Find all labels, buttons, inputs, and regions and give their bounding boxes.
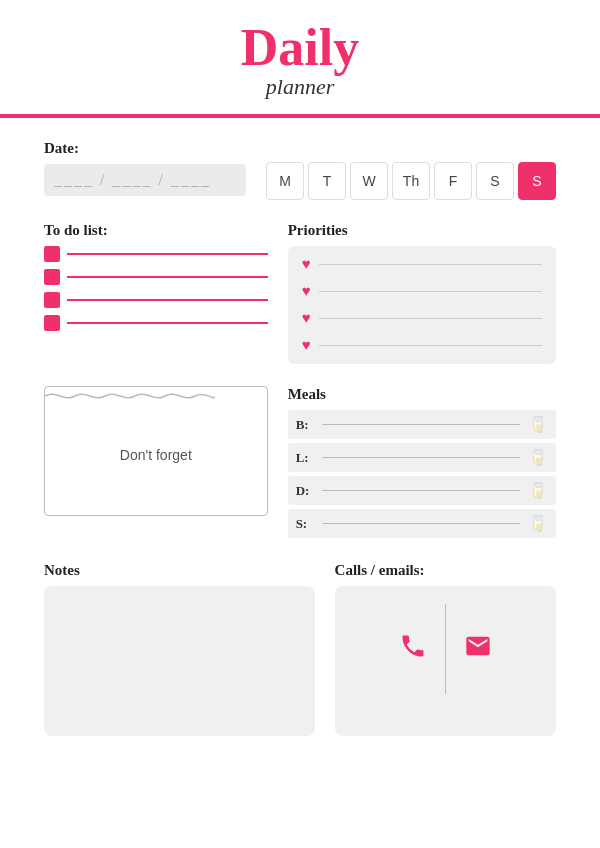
todo-line-3 <box>67 299 268 301</box>
day-F[interactable]: F <box>434 162 472 200</box>
dont-forget-content: Don't forget <box>45 405 267 515</box>
todo-section: To do list: <box>44 222 268 364</box>
calls-section: Calls / emails: <box>335 562 556 736</box>
calls-icons <box>345 604 546 694</box>
priorities-box: ♥ ♥ ♥ ♥ <box>288 246 556 364</box>
meals-items: B: 🥛 L: 🥛 D: 🥛 S: 🥛 <box>288 410 556 538</box>
dont-forget-box: Don't forget <box>44 386 268 516</box>
heart-icon-3: ♥ <box>302 310 311 327</box>
todo-bullet-2 <box>44 269 60 285</box>
notes-calls-row: Notes Calls / emails: <box>44 562 556 736</box>
day-S2[interactable]: S <box>518 162 556 200</box>
meal-D-line <box>322 490 520 491</box>
meal-D-icon: 🥛 <box>528 481 548 500</box>
meal-L: L: 🥛 <box>288 443 556 472</box>
date-placeholder: ____ / ____ / ____ <box>54 171 211 189</box>
meal-L-label: L: <box>296 450 314 466</box>
todo-item-1 <box>44 246 268 262</box>
meal-B-label: B: <box>296 417 314 433</box>
todo-item-2 <box>44 269 268 285</box>
header-planner: planner <box>0 74 600 100</box>
meal-D-label: D: <box>296 483 314 499</box>
day-T[interactable]: T <box>308 162 346 200</box>
day-M[interactable]: M <box>266 162 304 200</box>
meals-label: Meals <box>288 386 556 403</box>
meal-S-icon: 🥛 <box>528 514 548 533</box>
todo-bullet-1 <box>44 246 60 262</box>
priority-line-4 <box>319 345 542 346</box>
notes-label: Notes <box>44 562 315 579</box>
bottom-row: Don't forget Meals B: 🥛 L: 🥛 D: <box>44 386 556 538</box>
todo-items <box>44 246 268 331</box>
todo-line-4 <box>67 322 268 324</box>
date-label: Date: <box>44 140 246 157</box>
meal-S-label: S: <box>296 516 314 532</box>
priorities-section: Priorities ♥ ♥ ♥ ♥ <box>288 222 556 364</box>
priority-3: ♥ <box>302 310 542 327</box>
day-S1[interactable]: S <box>476 162 514 200</box>
header-daily: Daily <box>0 22 600 74</box>
day-W[interactable]: W <box>350 162 388 200</box>
meal-D: D: 🥛 <box>288 476 556 505</box>
meal-B-line <box>322 424 520 425</box>
meal-B-icon: 🥛 <box>528 415 548 434</box>
priority-1: ♥ <box>302 256 542 273</box>
heart-icon-4: ♥ <box>302 337 311 354</box>
todo-bullet-3 <box>44 292 60 308</box>
dont-forget-section: Don't forget <box>44 386 268 538</box>
date-input[interactable]: ____ / ____ / ____ <box>44 164 246 196</box>
todo-line-1 <box>67 253 268 255</box>
priority-line-2 <box>319 291 542 292</box>
todo-item-3 <box>44 292 268 308</box>
header: Daily planner <box>0 0 600 114</box>
notes-box[interactable] <box>44 586 315 736</box>
priority-line-3 <box>319 318 542 319</box>
todo-bullet-4 <box>44 315 60 331</box>
todo-label: To do list: <box>44 222 268 239</box>
email-icon <box>464 632 492 666</box>
mid-row: To do list: <box>44 222 556 364</box>
meal-S: S: 🥛 <box>288 509 556 538</box>
todo-line-2 <box>67 276 268 278</box>
days-row: M T W Th F S S <box>266 140 556 200</box>
date-section: Date: ____ / ____ / ____ M T W Th F S S <box>44 140 556 200</box>
day-Th[interactable]: Th <box>392 162 430 200</box>
priority-2: ♥ <box>302 283 542 300</box>
wavy-top <box>45 387 267 405</box>
meals-section: Meals B: 🥛 L: 🥛 D: 🥛 S: <box>288 386 556 538</box>
todo-item-4 <box>44 315 268 331</box>
meal-L-icon: 🥛 <box>528 448 548 467</box>
meal-B: B: 🥛 <box>288 410 556 439</box>
priority-4: ♥ <box>302 337 542 354</box>
priority-line-1 <box>319 264 542 265</box>
meal-L-line <box>322 457 520 458</box>
phone-icon <box>399 632 427 667</box>
priorities-label: Priorities <box>288 222 556 239</box>
heart-icon-1: ♥ <box>302 256 311 273</box>
main-content: Date: ____ / ____ / ____ M T W Th F S S … <box>0 118 600 766</box>
heart-icon-2: ♥ <box>302 283 311 300</box>
calls-box <box>335 586 556 736</box>
meal-S-line <box>322 523 520 524</box>
date-left: Date: ____ / ____ / ____ <box>44 140 246 196</box>
dont-forget-text: Don't forget <box>120 447 192 463</box>
calls-label: Calls / emails: <box>335 562 556 579</box>
calls-divider <box>445 604 447 694</box>
notes-section: Notes <box>44 562 315 736</box>
